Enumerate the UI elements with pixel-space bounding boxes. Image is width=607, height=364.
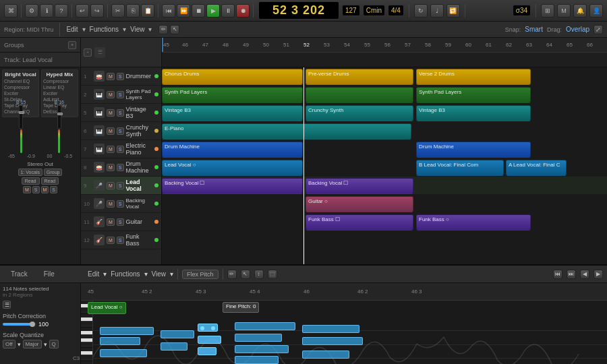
region-drum-machine-2[interactable]: Drum Machine [416, 142, 531, 158]
bottom-zoom-in[interactable]: ⏭ [567, 270, 576, 279]
mute-btn-ch[interactable]: M [23, 186, 31, 193]
track-item-crunchy-synth[interactable]: 6 🎹 M S Crunchy Synth [81, 122, 161, 140]
account-btn[interactable]: 👤 [589, 4, 603, 18]
bottom-select-tool[interactable]: ⬚ [268, 270, 277, 279]
stop-btn[interactable]: ⏹ [192, 4, 205, 18]
pitch-blob-12[interactable] [302, 351, 349, 359]
group-btn[interactable]: Group [44, 169, 62, 176]
solo-synth-pad[interactable]: S [117, 91, 124, 98]
pitch-slider[interactable] [3, 323, 36, 326]
tab-file[interactable]: File [37, 269, 61, 279]
redo-btn[interactable]: ↪ [90, 4, 104, 18]
fader-thumb-2[interactable] [57, 113, 63, 115]
view-menu[interactable]: View [130, 26, 145, 33]
fader-track-2[interactable] [57, 105, 61, 129]
pitch-blob-4[interactable] [161, 330, 194, 338]
region-chorus-drums[interactable]: Chorus Drums [162, 69, 303, 85]
solo-electric-piano[interactable]: S [117, 146, 124, 153]
track-item-backing-vocal[interactable]: 10 🎤 M S Backing Vocal [81, 195, 161, 213]
track-item-guitar[interactable]: 11 🎸 M S Guitar [81, 213, 161, 231]
pitch-handle-1[interactable] [200, 326, 204, 330]
scale-off-btn[interactable]: Off [3, 340, 16, 348]
region-drum-machine-1[interactable]: Drum Machine [162, 142, 303, 158]
track-item-lead-vocal[interactable]: 9 🎤 M S Lead Vocal [81, 177, 161, 195]
lead-vocal-region-bar[interactable]: Lead Vocal ○ [88, 302, 126, 314]
functions-menu[interactable]: Functions [90, 26, 119, 33]
pitch-handle-2[interactable] [211, 326, 215, 330]
region-funk-bass-1[interactable]: Funk Bass ☐ [306, 214, 413, 231]
add-track-btn[interactable]: + [84, 49, 92, 57]
pitch-blob-8[interactable] [235, 345, 289, 353]
solo-btn-ch2[interactable]: S [50, 186, 57, 193]
solo-backing-vocal[interactable]: S [117, 200, 124, 208]
rewind-btn[interactable]: ⏮ [162, 4, 175, 18]
region-e-piano[interactable]: E-Piano [162, 123, 411, 140]
pitch-blob-10[interactable] [302, 325, 359, 333]
read-btn2[interactable]: Read [41, 177, 59, 185]
record-btn[interactable]: ⏺ [236, 4, 250, 18]
region-guitar[interactable]: Guitar ○ [306, 196, 413, 212]
tab-track[interactable]: Track [4, 269, 34, 279]
copy-btn[interactable]: ⎘ [126, 4, 140, 18]
bottom-prev[interactable]: ◀ [580, 270, 589, 279]
region-crunchy-synth-in-b3[interactable]: Crunchy Synth [306, 105, 413, 121]
pitch-slider-thumb[interactable] [30, 322, 35, 327]
region-pre-verse-drums[interactable]: Pre-verse Drums [306, 69, 413, 85]
pause-btn[interactable]: ⏸ [221, 4, 235, 18]
track-item-vintage-b3[interactable]: 5 🎹 M S Vintage B3 [81, 104, 161, 122]
pitch-blob-2[interactable] [100, 337, 140, 345]
mute-electric-piano[interactable]: M [107, 146, 115, 153]
solo-guitar[interactable]: S [117, 218, 124, 226]
scale-major-btn[interactable]: Major [23, 340, 42, 348]
mute-guitar[interactable]: M [107, 218, 115, 226]
bottom-next[interactable]: ▶ [594, 270, 603, 279]
metronome-btn[interactable]: ♩ [430, 4, 444, 18]
pitch-blob-3[interactable] [100, 349, 147, 357]
solo-vintage-b3[interactable]: S [117, 109, 124, 117]
logo-btn[interactable]: ⌘ [4, 4, 18, 18]
read-btn[interactable]: Read [22, 177, 40, 185]
mute-synth-pad[interactable]: M [107, 91, 115, 98]
track-item-funk-bass[interactable]: 12 🎸 M S Funk Bass [81, 231, 161, 249]
region-synth-pad-3[interactable]: Synth Pad Layers [416, 87, 531, 103]
info-btn[interactable]: ℹ [40, 4, 53, 18]
window-btn[interactable]: ⊞ [541, 4, 554, 18]
edit-menu[interactable]: Edit [66, 26, 78, 33]
vocals-btn[interactable]: 1: Vocals [18, 169, 42, 176]
track-item-electric-piano[interactable]: 7 🎹 M S Electric Piano [81, 140, 161, 158]
settings-btn[interactable]: ⚙ [25, 4, 38, 18]
sync-btn[interactable]: ↻ [414, 4, 428, 18]
bottom-functions-menu[interactable]: Functions [111, 270, 140, 278]
region-verse2-drums[interactable]: Verse 2 Drums [416, 69, 531, 85]
drag-icon[interactable]: ⤢ [594, 25, 603, 34]
region-lead-vocal-1[interactable]: Lead Vocal ○ [162, 160, 303, 176]
mute-btn-ch2[interactable]: M [41, 186, 49, 193]
region-synth-pad-1[interactable]: Synth Pad Layers [162, 87, 303, 103]
pitch-blob-5[interactable] [161, 342, 187, 351]
bottom-zoom-out[interactable]: ⏮ [553, 270, 562, 279]
mute-lead-vocal[interactable]: M [107, 182, 115, 189]
solo-crunchy-synth[interactable]: S [117, 127, 124, 135]
pointer-tool[interactable]: ↖ [170, 25, 179, 34]
play-btn[interactable]: ▶ [206, 4, 220, 18]
bottom-edit-menu[interactable]: Edit [88, 270, 99, 278]
midi-btn[interactable]: M [557, 4, 571, 18]
region-vintage-b3-1[interactable]: Vintage B3 [162, 105, 303, 121]
list-view-btn[interactable]: ☰ [94, 47, 105, 58]
mute-vintage-b3[interactable]: M [107, 109, 115, 117]
region-lead-vocal-final-2[interactable]: A Lead Vocal: Final C [506, 160, 567, 176]
solo-drum-machine[interactable]: S [117, 164, 124, 171]
mute-drum-machine[interactable]: M [107, 164, 115, 171]
solo-lead-vocal[interactable]: S [117, 182, 124, 189]
region-funk-bass-2[interactable]: Funk Bass ○ [416, 214, 531, 231]
region-backing-vocal-1[interactable]: Backing Vocal ☐ [162, 178, 303, 194]
notif-btn[interactable]: 🔔 [573, 4, 587, 18]
region-synth-pad-2[interactable] [306, 87, 413, 103]
undo-btn[interactable]: ↩ [76, 4, 89, 18]
fader-track-1[interactable] [19, 105, 23, 129]
pitch-blob-7[interactable] [235, 334, 282, 342]
bottom-pencil-tool[interactable]: ✏ [227, 270, 237, 279]
flex-pitch-btn[interactable]: Flex Pitch [182, 270, 219, 279]
paste-btn[interactable]: 📋 [141, 4, 154, 18]
pencil-tool[interactable]: ✏ [158, 25, 168, 34]
